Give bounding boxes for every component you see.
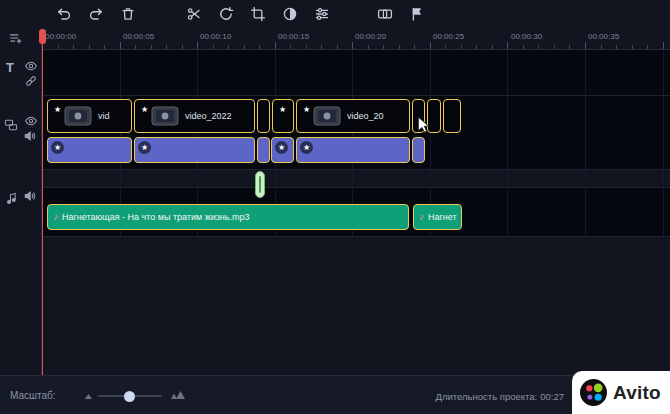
duration-value: 00:27	[540, 391, 564, 402]
delete-button[interactable]	[120, 6, 136, 22]
music-track-icon[interactable]	[5, 191, 19, 205]
ruler-tick	[290, 45, 291, 49]
ruler-tick	[616, 45, 617, 49]
ruler-tick	[244, 45, 245, 49]
crop-button[interactable]	[250, 6, 266, 22]
track-gap-marker[interactable]	[255, 171, 265, 198]
ruler-tick	[151, 45, 152, 49]
ruler-tick	[58, 45, 59, 49]
star-badge-icon: ★	[276, 103, 289, 116]
music-note-icon: ♪	[419, 212, 424, 222]
text-track-icon: T	[6, 60, 14, 75]
ruler-tick	[275, 42, 276, 49]
video-clip[interactable]: video_20★	[296, 99, 410, 133]
ruler-tick	[166, 45, 167, 49]
ruler-tick	[321, 45, 322, 49]
playhead-line[interactable]	[42, 29, 43, 375]
clip-label: video_20	[347, 111, 384, 121]
ruler-timestamp: 00:00:35	[588, 32, 619, 41]
ruler-tick	[647, 45, 648, 49]
ruler-timestamp: 00:00:30	[511, 32, 542, 41]
ruler-tick	[182, 45, 183, 49]
ruler-tick	[569, 45, 570, 49]
clip-label: Нагнета	[428, 212, 457, 222]
film-thumbnail-icon	[64, 106, 92, 126]
ruler-tick	[213, 45, 214, 49]
ruler-tick	[383, 45, 384, 49]
ruler-tick	[259, 45, 260, 49]
linked-audio-clip[interactable]	[257, 137, 270, 163]
linked-audio-clip[interactable]	[412, 137, 425, 163]
ruler-timestamp: 00:00:10	[200, 32, 231, 41]
ruler-timestamp: 00:00:00	[45, 32, 76, 41]
ruler-tick	[120, 42, 121, 49]
ruler-tick	[368, 45, 369, 49]
avito-brand-text: Avito	[613, 382, 661, 404]
ruler-tick	[228, 45, 229, 49]
track-separator	[42, 95, 670, 96]
text-track-visibility-eye-icon[interactable]	[24, 59, 38, 73]
rotate-button[interactable]	[218, 6, 234, 22]
track-separator	[42, 169, 670, 170]
music-clip[interactable]: ♪Нагнетающая - На что мы тратим жизнь.mp…	[47, 204, 409, 230]
zoom-in-icon[interactable]	[170, 390, 186, 400]
ruler-timestamp: 00:00:20	[355, 32, 386, 41]
mouse-cursor-icon	[416, 116, 430, 132]
undo-button[interactable]	[56, 6, 72, 22]
star-badge-icon: ★	[51, 141, 64, 154]
ruler-tick	[104, 45, 105, 49]
playhead-handle[interactable]	[39, 29, 46, 44]
linked-audio-clip[interactable]: ★	[271, 137, 294, 163]
video-clip[interactable]: vid★	[47, 99, 132, 133]
ruler-timestamp: 00:00:15	[278, 32, 309, 41]
linked-audio-clip[interactable]: ★	[47, 137, 132, 163]
music-clip-row: ♪Нагнетающая - На что мы тратим жизнь.mp…	[0, 204, 670, 230]
redo-button[interactable]	[88, 6, 104, 22]
video-clip[interactable]: ★	[272, 99, 294, 133]
clip-label: video_2022	[185, 111, 232, 121]
film-thumbnail-icon	[313, 106, 341, 126]
ruler-tick	[476, 45, 477, 49]
star-badge-icon: ★	[138, 103, 151, 116]
zoom-slider-thumb[interactable]	[124, 391, 135, 402]
clip-label: Нагнетающая - На что мы тратим жизнь.mp3	[62, 212, 250, 222]
clip-properties-button[interactable]	[314, 6, 330, 22]
track-separator	[42, 187, 670, 188]
ruler-tick	[554, 45, 555, 49]
duration-label: Длительность проекта:	[436, 391, 538, 402]
video-clip[interactable]	[257, 99, 270, 133]
track-gap-marker-stripe	[259, 176, 261, 193]
zoom-slider[interactable]	[98, 395, 162, 397]
zoom-out-icon[interactable]	[84, 392, 94, 400]
ruler-tick	[197, 42, 198, 49]
bottom-bar: Масштаб: Длительность проекта:00:27	[0, 375, 670, 414]
linked-audio-clip[interactable]: ★	[296, 137, 410, 163]
star-badge-icon: ★	[138, 141, 151, 154]
text-track-link-icon[interactable]	[24, 74, 38, 88]
star-badge-icon: ★	[275, 141, 288, 154]
music-clip[interactable]: ♪Нагнета	[413, 204, 462, 230]
video-track-mute-speaker-icon[interactable]	[23, 129, 37, 143]
ruler-tick	[337, 45, 338, 49]
video-track-icon[interactable]	[4, 118, 18, 132]
scale-label: Масштаб:	[10, 390, 56, 401]
split-scissors-button[interactable]	[186, 6, 202, 22]
video-track-visibility-eye-icon[interactable]	[24, 114, 38, 128]
marker-flag-button[interactable]	[409, 6, 425, 22]
track-headers: T	[0, 28, 42, 375]
timeline-ruler[interactable]: 00:00:0000:00:0500:00:1000:00:1500:00:20…	[0, 28, 670, 50]
film-thumbnail-icon	[151, 106, 179, 126]
project-duration: Длительность проекта:00:27	[433, 391, 564, 402]
music-track-mute-speaker-icon[interactable]	[23, 189, 37, 203]
ruler-tick	[445, 45, 446, 49]
video-clip[interactable]	[443, 99, 461, 133]
track-controls-button[interactable]	[9, 31, 23, 45]
transition-wizard-button[interactable]	[377, 6, 393, 22]
star-badge-icon: ★	[300, 103, 313, 116]
avito-watermark: Avito	[572, 371, 670, 414]
ruler-timestamp: 00:00:25	[433, 32, 464, 41]
linked-audio-clip[interactable]: ★	[134, 137, 255, 163]
color-adjustments-button[interactable]	[282, 6, 298, 22]
ruler-tick	[352, 42, 353, 49]
video-clip[interactable]: video_2022★	[134, 99, 255, 133]
